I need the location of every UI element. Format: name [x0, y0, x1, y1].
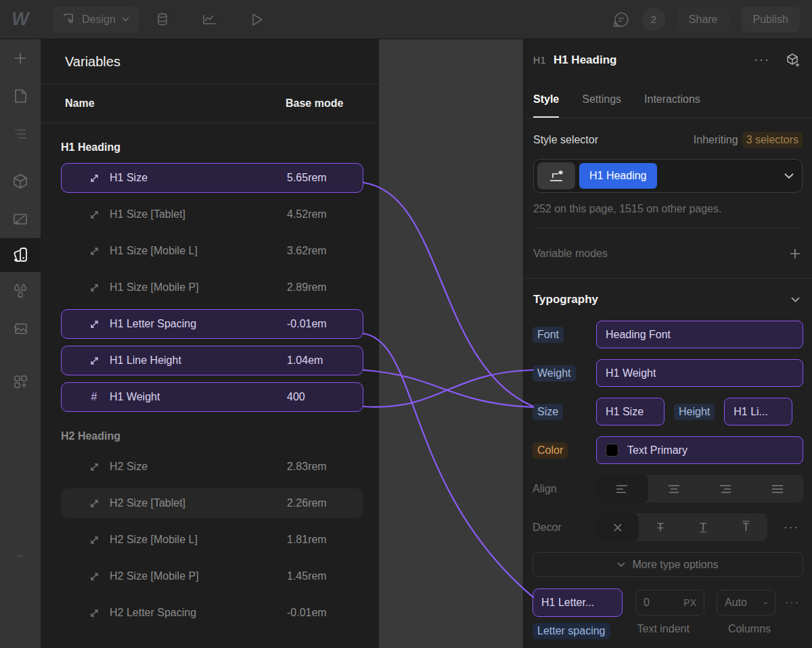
variable-row[interactable]: H2 Size2.83rem [61, 452, 363, 482]
style-selector-input[interactable]: H1 Heading [533, 159, 803, 193]
tab-interactions[interactable]: Interactions [644, 80, 700, 118]
font-size-field[interactable]: H1 Size [596, 398, 664, 425]
variable-base-mode-value[interactable]: 2.26rem [287, 497, 327, 509]
decoration-more-button[interactable]: ··· [784, 521, 803, 534]
pages-button[interactable] [0, 77, 41, 115]
decoration-overline-button[interactable]: T [725, 513, 767, 541]
decoration-none-button[interactable] [596, 513, 639, 541]
variable-base-mode-value[interactable]: 1.81rem [287, 534, 327, 546]
size-variable-icon [87, 571, 101, 582]
variable-name: H2 Size [Mobile L] [110, 534, 198, 546]
collapse-typography-icon[interactable] [791, 297, 800, 302]
columns-more-button[interactable]: ··· [785, 597, 800, 609]
variable-name: H2 Size [Tablet] [110, 497, 185, 509]
variable-row[interactable]: H1 Size [Mobile L]3.62rem [61, 236, 363, 266]
share-button[interactable]: Share [677, 7, 729, 32]
align-center-button[interactable] [648, 475, 700, 503]
cms-database-button[interactable] [139, 12, 186, 27]
style-panel-button[interactable] [0, 200, 41, 238]
variable-row[interactable]: H1 Size5.65rem [61, 163, 363, 193]
size-label: Size [533, 404, 563, 420]
tab-style[interactable]: Style [533, 80, 559, 118]
decoration-underline-button[interactable]: T [682, 513, 725, 541]
variable-base-mode-value[interactable]: 1.04em [287, 354, 323, 367]
text-indent-field[interactable]: 0 PX [635, 590, 704, 616]
variable-base-mode-value[interactable]: 2.89rem [287, 281, 327, 294]
design-mode-label: Design [82, 14, 116, 26]
variable-row[interactable]: H2 Size [Mobile P]1.45rem [61, 561, 363, 591]
selector-state-icon[interactable] [537, 162, 575, 189]
text-decoration-control: T T T [596, 513, 767, 541]
variable-base-mode-value[interactable]: 2.83rem [287, 461, 327, 473]
variable-row[interactable]: H2 Size [Mobile L]1.81rem [61, 525, 363, 555]
more-type-options-button[interactable]: More type options [533, 552, 803, 577]
align-justify-button[interactable] [752, 475, 804, 503]
navigator-button[interactable] [0, 115, 41, 153]
variable-base-mode-value[interactable]: 3.62rem [287, 245, 327, 257]
assets-button[interactable] [0, 310, 41, 348]
variable-base-mode-value[interactable]: -0.01em [287, 318, 327, 330]
variables-panel-title: Variables [41, 39, 379, 85]
notification-count-badge[interactable]: 2 [642, 8, 665, 31]
font-family-field[interactable]: Heading Font [596, 321, 803, 348]
align-right-button[interactable] [700, 475, 752, 503]
inheriting-selectors-link[interactable]: 3 selectors [742, 132, 803, 148]
variable-base-mode-value[interactable]: 4.52rem [287, 208, 327, 221]
variable-row[interactable]: H1 Line Height1.04em [61, 346, 363, 375]
typography-section-title: Typography [533, 293, 598, 306]
variables-panel-button[interactable] [0, 238, 41, 272]
variable-name: H1 Size [Tablet] [110, 208, 185, 221]
align-row: Align [533, 475, 803, 503]
size-variable-icon [87, 282, 101, 294]
webflow-logo[interactable]: W [0, 0, 41, 39]
align-left-button[interactable] [596, 475, 648, 503]
variable-row[interactable]: #H1 Weight400 [61, 382, 363, 412]
line-height-field[interactable]: H1 Li... [724, 398, 792, 425]
decor-row: Decor T T T ··· [533, 513, 803, 541]
variable-row[interactable]: H2 Letter Spacing-0.01em [61, 598, 363, 628]
variable-row[interactable]: H2 Size [Tablet]2.26rem [61, 488, 363, 518]
add-variable-mode-button[interactable] [789, 248, 801, 260]
decoration-strikethrough-button[interactable]: T [639, 513, 681, 541]
size-variable-icon [87, 319, 101, 330]
variable-base-mode-value[interactable]: 5.65rem [287, 172, 327, 184]
text-color-field[interactable]: Text Primary [596, 436, 803, 464]
components-button[interactable] [0, 162, 41, 200]
analytics-button[interactable] [186, 12, 233, 27]
add-elements-button[interactable] [0, 39, 41, 77]
number-variable-icon: # [87, 391, 101, 403]
align-label: Align [533, 483, 557, 494]
class-usage-note: 252 on this page, 1515 on other pages. [533, 203, 803, 229]
variable-base-mode-value[interactable]: 1.45rem [287, 570, 327, 582]
font-weight-field[interactable]: H1 Weight [596, 359, 803, 387]
variable-row[interactable]: H1 Letter Spacing-0.01em [61, 309, 363, 339]
text-indent-unit[interactable]: PX [683, 597, 696, 608]
element-menu-button[interactable]: ··· [754, 53, 770, 67]
apps-button[interactable] [0, 363, 41, 400]
design-mode-dropdown[interactable]: Design [53, 7, 139, 32]
size-variable-icon [87, 534, 101, 546]
create-component-icon[interactable] [785, 52, 801, 68]
variables-panel: Variables Name Base mode H1 HeadingH1 Si… [41, 39, 379, 648]
variable-base-mode-value[interactable]: -0.01em [287, 607, 327, 619]
tab-settings[interactable]: Settings [582, 80, 621, 118]
selected-class-pill[interactable]: H1 Heading [579, 163, 657, 189]
columns-value: Auto [725, 597, 747, 609]
interactions-button[interactable] [0, 272, 41, 310]
columns-field[interactable]: Auto - [717, 590, 775, 616]
variable-row[interactable]: H1 Size [Tablet]4.52rem [61, 200, 363, 229]
columns-unit[interactable]: - [764, 597, 767, 609]
publish-button[interactable]: Publish [742, 7, 800, 32]
chevron-down-icon[interactable] [784, 173, 794, 179]
inheriting-label: Inheriting [694, 134, 738, 146]
preview-play-button[interactable] [233, 12, 281, 27]
comments-button[interactable] [612, 11, 630, 28]
chevron-down-icon [122, 17, 129, 22]
letter-spacing-field[interactable]: H1 Letter... [533, 588, 623, 617]
variable-name: H2 Letter Spacing [110, 607, 196, 619]
variables-column-headers: Name Base mode [41, 85, 379, 123]
size-variable-icon [87, 246, 101, 257]
columns-label: Columns [728, 623, 771, 639]
variable-row[interactable]: H1 Size [Mobile P]2.89rem [61, 273, 363, 302]
variable-base-mode-value[interactable]: 400 [287, 391, 305, 403]
